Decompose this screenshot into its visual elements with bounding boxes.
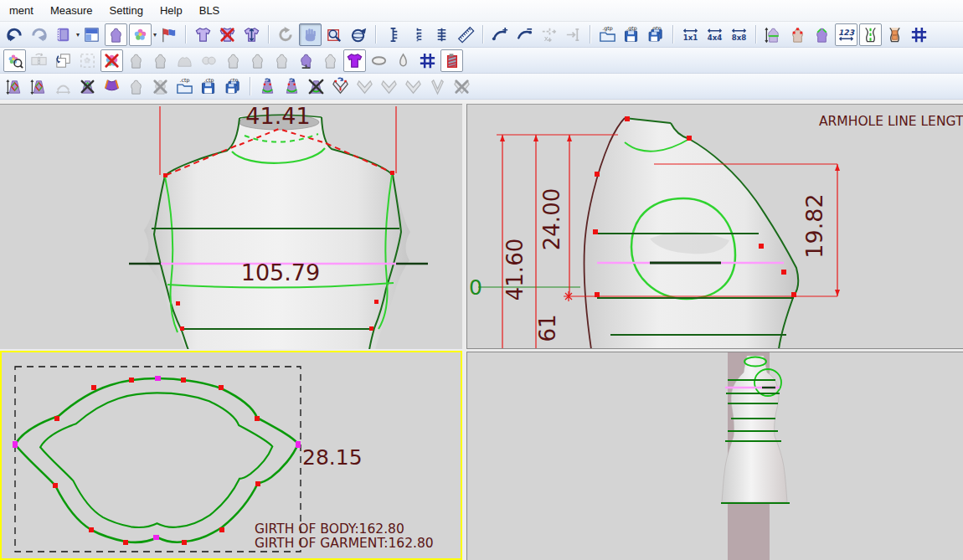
sleeve-button[interactable] (100, 75, 123, 98)
body-height-button[interactable] (762, 23, 785, 46)
toolbar-separator (265, 24, 272, 44)
ctp-save-as-button[interactable]: .ctp (222, 75, 245, 98)
skirt-measure-2-button[interactable] (28, 75, 50, 98)
side-view-pane[interactable]: ARMHOLE LINE LENGT 24.00 41.60 61 19.82 … (466, 104, 963, 349)
flower-flip-button[interactable] (28, 49, 50, 72)
svg-text:8x8: 8x8 (732, 33, 747, 42)
toolbar-pattern: .ctp.ctp.ctp (0, 74, 963, 100)
flower-tool-button-dropdown[interactable]: ▾ (153, 31, 157, 39)
skirt-arc-2-button[interactable] (281, 75, 303, 98)
zoom-region-button[interactable] (323, 23, 346, 46)
undo-button[interactable] (3, 23, 26, 46)
skirt-delete-button[interactable] (76, 75, 99, 98)
ruler-button[interactable] (455, 23, 477, 46)
dim-4160-label: 41.60 (502, 239, 528, 301)
sleeve-gray-button[interactable] (125, 75, 147, 98)
open-project-button-dropdown[interactable]: ▾ (76, 31, 80, 39)
redo-button[interactable] (28, 23, 50, 46)
svg-text:.gtp: .gtp (602, 25, 612, 32)
flower-select-box-button[interactable] (76, 49, 99, 72)
pattern-piece-button[interactable] (440, 49, 463, 72)
body-back-button[interactable] (149, 49, 172, 72)
collar-3-button[interactable] (378, 75, 400, 98)
menu-bls[interactable]: BLS (191, 2, 229, 19)
full-body-pane[interactable] (466, 352, 963, 560)
sleeve-delete-button[interactable] (149, 75, 172, 98)
body-shoulder-button[interactable] (811, 23, 833, 46)
girth-body-label: GIRTH OF BODY:162.80 (255, 521, 404, 537)
rotate-3d-button[interactable] (348, 23, 370, 46)
collar-4-button[interactable] (402, 75, 425, 98)
measure-vertical-button[interactable] (382, 23, 404, 46)
mannequin-display-button[interactable] (105, 23, 127, 46)
body-shoulders-button[interactable] (173, 49, 196, 72)
curve-remove-button[interactable] (513, 23, 536, 46)
grid-overlay-2-button[interactable] (416, 49, 439, 72)
collar-2-button[interactable] (353, 75, 376, 98)
front-view-pane[interactable]: 41.41 105.79 (0, 104, 462, 349)
align-point-button[interactable] (562, 23, 584, 46)
measure-values-button[interactable]: 123 (835, 23, 857, 46)
menu-garment[interactable]: ment (1, 2, 42, 19)
body-side-left-button[interactable] (222, 49, 245, 72)
arc-measure-button[interactable] (52, 75, 75, 98)
texture-flag-button[interactable] (157, 23, 180, 46)
rotate-view-button[interactable] (275, 23, 297, 46)
dart-shape-button[interactable] (392, 49, 415, 72)
toolbar-separator (480, 24, 487, 44)
grid-overlay-button[interactable] (908, 23, 930, 46)
pan-hand-button[interactable] (299, 23, 322, 46)
skirt-arc-1-button[interactable] (256, 75, 279, 98)
grid-8x8-button[interactable]: 8x8 (728, 23, 750, 46)
flower-zoom-button[interactable] (3, 49, 26, 72)
window-layout-button[interactable] (80, 23, 103, 46)
toolbar-separator (753, 24, 760, 44)
menu-measure[interactable]: Measure (42, 2, 101, 19)
measure-double-button[interactable] (430, 23, 453, 46)
measure-dashed-button[interactable] (406, 23, 429, 46)
curve-add-button[interactable] (489, 23, 512, 46)
pattern-torso-button[interactable] (883, 23, 906, 46)
dim-24-label: 24.00 (539, 188, 564, 250)
collar-button[interactable] (329, 75, 352, 98)
body-front-button[interactable] (125, 49, 147, 72)
toolbar-separator (183, 24, 189, 44)
grid-4x4-button[interactable]: 4x4 (703, 23, 726, 46)
gtp-save-button[interactable]: .gtp (621, 23, 643, 46)
symmetry-line-button[interactable] (859, 23, 882, 46)
ctp-open-button[interactable]: .ctp (173, 75, 196, 98)
menu-help[interactable]: Help (152, 2, 191, 19)
svg-text:123: 123 (838, 28, 855, 36)
skirt-measure-1-button[interactable] (3, 75, 26, 98)
move-point-x-button[interactable]: x (538, 23, 560, 46)
body-plain-button[interactable] (319, 49, 342, 72)
gtp-open-button[interactable]: .gtp (596, 23, 619, 46)
flower-delete-button[interactable] (100, 49, 123, 72)
top-garment-button[interactable] (343, 49, 366, 72)
neck-width-label: 41.41 (245, 105, 310, 129)
open-project-button[interactable] (52, 23, 75, 46)
skirt-arc-delete-button[interactable] (305, 75, 327, 98)
toolbar-separator (670, 24, 677, 44)
menu-setting[interactable]: Setting (100, 2, 151, 19)
collar-delete-button[interactable] (451, 75, 473, 98)
collar-5-button[interactable] (426, 75, 449, 98)
gtp-save-as-button[interactable]: .gtp (645, 23, 667, 46)
garment-fit-button[interactable] (240, 23, 263, 46)
ctp-save-button[interactable]: .ctp (198, 75, 220, 98)
ring-section-button[interactable] (368, 49, 390, 72)
mannequin-stand-button[interactable] (295, 49, 317, 72)
garment-button[interactable] (192, 23, 214, 46)
grid-1x1-button[interactable]: 1x1 (679, 23, 702, 46)
body-side-right-button[interactable] (246, 49, 269, 72)
body-points-button[interactable] (786, 23, 809, 46)
dim-1982-label: 19.82 (801, 193, 827, 258)
flower-copy-button[interactable] (52, 49, 75, 72)
garment-delete-button[interactable] (216, 23, 239, 46)
body-three-quarter-button[interactable] (270, 49, 293, 72)
application-window: ment Measure Setting Help BLS ▾▾x.gtp.gt… (0, 0, 963, 560)
flower-tool-button[interactable] (129, 23, 152, 46)
section-view-pane[interactable]: 28.15 GIRTH OF BODY:162.80 GIRTH OF GARM… (0, 351, 462, 560)
toolbar-separator (247, 76, 254, 96)
body-bust-button[interactable] (198, 49, 220, 72)
